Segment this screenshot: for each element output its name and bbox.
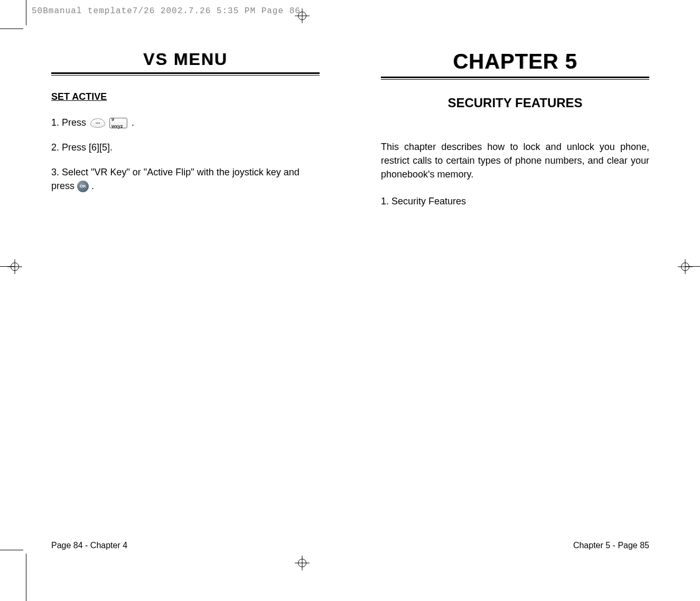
- softkey-icon: •••: [90, 118, 105, 128]
- crop-mark: [26, 553, 26, 601]
- title-rule: [51, 72, 320, 76]
- ok-button-icon: OK: [77, 181, 89, 192]
- page-title: VS MENU: [51, 50, 320, 69]
- step-text: .: [91, 181, 94, 191]
- registration-mark: [7, 259, 22, 274]
- step-2: 2. Press [6][5].: [51, 141, 320, 154]
- registration-mark: [678, 259, 693, 274]
- print-header-info: 50Bmanual template7/26 2002.7.26 5:35 PM…: [32, 6, 301, 16]
- contents-item: 1. Security Features: [381, 196, 649, 207]
- step-text: 3. Select "VR Key" or "Active Flip" with…: [51, 167, 300, 191]
- page-footer-left: Page 84 - Chapter 4: [51, 541, 127, 550]
- step-text: 1. Press: [51, 116, 86, 129]
- chapter-description: This chapter describes how to lock and u…: [381, 140, 649, 181]
- spread-container: VS MENU SET ACTIVE 1. Press ••• 9 wxyz .…: [26, 29, 675, 550]
- right-page: CHAPTER 5 SECURITY FEATURES This chapter…: [350, 29, 675, 550]
- crop-mark: [0, 550, 23, 550]
- section-heading: SET ACTIVE: [51, 91, 320, 102]
- step-text: .: [132, 116, 134, 129]
- registration-mark: [295, 8, 310, 23]
- crop-mark: [26, 0, 26, 25]
- list-text: Security Features: [389, 196, 466, 206]
- list-number: 1.: [381, 196, 389, 206]
- crop-mark: [0, 29, 23, 29]
- title-rule: [381, 77, 649, 80]
- left-page: VS MENU SET ACTIVE 1. Press ••• 9 wxyz .…: [26, 29, 350, 550]
- nine-key-icon: 9 wxyz: [109, 118, 127, 128]
- step-3: 3. Select "VR Key" or "Active Flip" with…: [51, 166, 320, 192]
- chapter-subtitle: SECURITY FEATURES: [381, 96, 649, 110]
- registration-mark: [295, 556, 310, 570]
- page-footer-right: Chapter 5 - Page 85: [573, 541, 649, 550]
- step-1: 1. Press ••• 9 wxyz .: [51, 116, 320, 129]
- chapter-title: CHAPTER 5: [381, 50, 649, 73]
